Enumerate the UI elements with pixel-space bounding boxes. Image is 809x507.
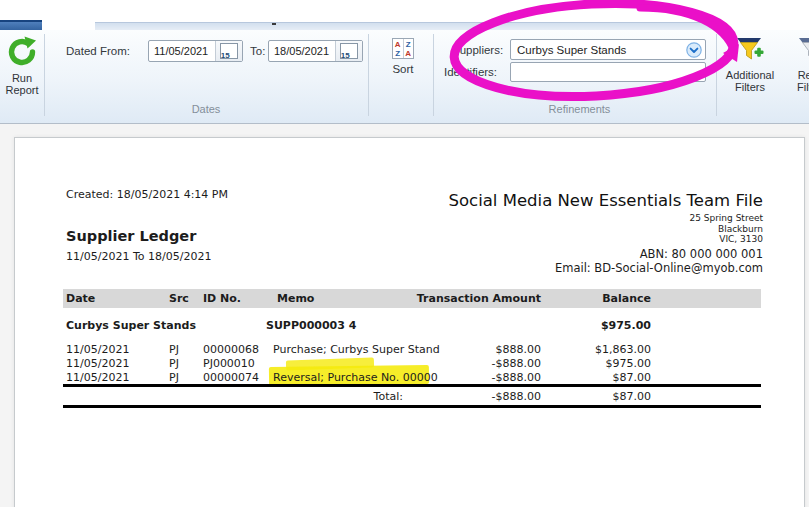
report-title: Supplier Ledger: [66, 228, 196, 244]
sort-icon: A Z Z A: [392, 38, 414, 59]
total-balance: $87.00: [555, 390, 651, 403]
dated-from-calendar-button[interactable]: 15: [215, 41, 242, 61]
supplier-code: SUPP000003 4: [266, 319, 356, 332]
report-page: Created: 18/05/2021 4:14 PM Social Media…: [14, 137, 805, 507]
group-separator: [716, 34, 717, 116]
refinements-group-label: Refinements: [433, 103, 726, 115]
company-name: Social Media New Essentials Team File: [449, 191, 763, 210]
run-report-button[interactable]: Run Report: [0, 34, 54, 96]
app-window: Run Report Dated From: 11/05/2021 15 To:…: [0, 0, 809, 507]
cell-amount: $888.00: [395, 343, 541, 356]
identifiers-value: [511, 64, 517, 79]
table-row: 11/05/2021 PJ 00000068 Purchase; Curbys …: [15, 343, 806, 357]
to-value[interactable]: 18/05/2021: [269, 41, 335, 61]
dated-from-label: Dated From:: [66, 45, 130, 57]
column-header-memo: Memo: [277, 292, 314, 305]
table-group-row: Curbys Super Stands SUPP000003 4 $975.00: [15, 319, 806, 333]
identifiers-input[interactable]: [510, 62, 706, 82]
total-amount: -$888.00: [395, 390, 541, 403]
company-email: Email: BD-Social-Online@myob.com: [555, 261, 763, 275]
ribbon-toolbar: Run Report Dated From: 11/05/2021 15 To:…: [0, 30, 809, 124]
additional-filters-label-1: Additional: [726, 69, 774, 81]
table-total-row: Total: -$888.00 $87.00: [15, 390, 806, 404]
to-label: To:: [250, 45, 265, 57]
table-row: 11/05/2021 PJ PJ000010 -$888.00 $975.00: [15, 357, 806, 371]
run-report-icon: [5, 34, 39, 72]
table-rule: [63, 405, 761, 408]
dated-from-field[interactable]: 11/05/2021 15: [148, 40, 243, 62]
cell-balance: $1,863.00: [555, 343, 651, 356]
company-address: 25 Spring Street Blackburn VIC, 3130: [689, 213, 763, 245]
cell-src: PJ: [169, 371, 179, 384]
cell-date: 11/05/2021: [66, 343, 129, 356]
supplier-name: Curbys Super Stands: [66, 319, 196, 332]
suppliers-value: Curbys Super Stands: [511, 41, 626, 56]
total-label: Total:: [315, 390, 403, 403]
cell-id: PJ000010: [203, 357, 255, 370]
suppliers-dropdown[interactable]: Curbys Super Stands: [510, 39, 706, 60]
tab-strip-mark: [272, 23, 276, 25]
column-header-balance: Balance: [555, 292, 651, 305]
dates-group-label: Dates: [44, 103, 368, 115]
suppliers-label: Suppliers:: [452, 44, 503, 56]
report-date-range: 11/05/2021 To 18/05/2021: [66, 250, 211, 263]
reset-filters-label-2: Filters: [797, 81, 809, 93]
to-field[interactable]: 18/05/2021 15: [268, 40, 363, 62]
cell-id: 00000068: [203, 343, 259, 356]
sort-button[interactable]: Sort: [389, 63, 417, 75]
cell-amount: -$888.00: [395, 371, 541, 384]
identifiers-label: Identifiers:: [444, 66, 497, 78]
group-separator: [368, 34, 369, 116]
column-header-amount: Transaction Amount: [395, 292, 541, 305]
chevron-down-icon[interactable]: [686, 42, 702, 62]
report-created-timestamp: Created: 18/05/2021 4:14 PM: [66, 188, 228, 201]
table-row: 11/05/2021 PJ 00000074 Reversal; Purchas…: [15, 371, 806, 385]
column-header-id: ID No.: [203, 292, 241, 305]
cell-date: 11/05/2021: [66, 371, 129, 384]
column-header-date: Date: [66, 292, 95, 305]
reset-filters-button[interactable]: Reset Filters: [778, 35, 809, 93]
run-report-label-2: Report: [5, 84, 38, 96]
calendar-icon: 15: [340, 43, 358, 59]
cell-src: PJ: [169, 343, 179, 356]
cell-src: PJ: [169, 357, 179, 370]
opening-balance: $975.00: [555, 319, 651, 332]
report-preview-area: Created: 18/05/2021 4:14 PM Social Media…: [0, 124, 809, 507]
company-abn: ABN: 80 000 000 001: [640, 247, 763, 261]
dated-from-value[interactable]: 11/05/2021: [149, 41, 215, 61]
cell-date: 11/05/2021: [66, 357, 129, 370]
additional-filters-icon: [736, 35, 764, 69]
cell-id: 00000074: [203, 371, 259, 384]
to-calendar-button[interactable]: 15: [335, 41, 362, 61]
additional-filters-label-2: Filters: [735, 81, 765, 93]
cell-balance: $975.00: [555, 357, 651, 370]
additional-filters-button[interactable]: Additional Filters: [718, 35, 782, 93]
column-header-src: Src: [169, 292, 189, 305]
cell-balance: $87.00: [555, 371, 651, 384]
calendar-icon: 15: [220, 43, 238, 59]
reset-filters-label-1: Reset: [798, 69, 809, 81]
cell-amount: -$888.00: [395, 357, 541, 370]
run-report-label-1: Run: [12, 72, 32, 84]
reset-filters-icon: [798, 35, 809, 69]
